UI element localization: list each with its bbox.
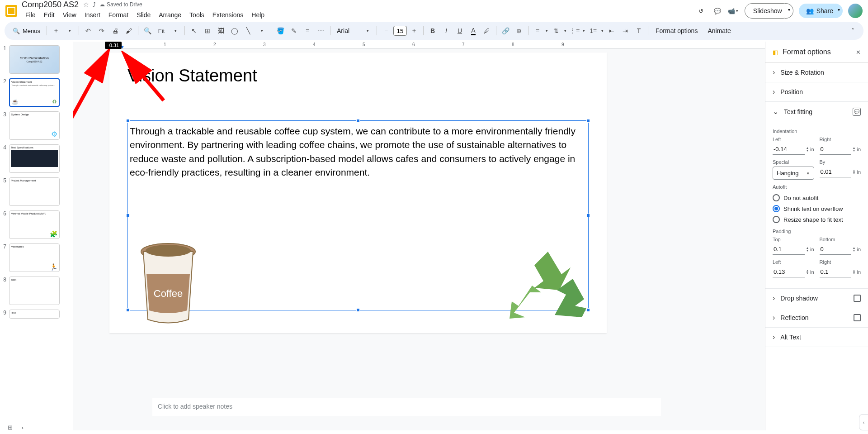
slide-thumb-7[interactable]: Milestones🏃 <box>9 243 60 272</box>
zoom-level[interactable]: Fit <box>155 27 168 35</box>
share-button[interactable]: 👥 Share <box>799 4 840 18</box>
redo-button[interactable]: ↷ <box>95 24 108 37</box>
zoom-icon[interactable]: 🔍 <box>141 24 154 37</box>
menu-tools[interactable]: Tools <box>186 10 208 20</box>
underline-button[interactable]: U <box>453 24 466 37</box>
slide-thumb-2[interactable]: Vision StatementThrough a trackable and … <box>9 78 60 107</box>
special-select[interactable]: Hanging▾ <box>773 167 814 180</box>
font-size-input[interactable] <box>393 26 407 36</box>
slide-thumb-4[interactable]: Test Specifications <box>9 144 60 173</box>
speaker-notes[interactable]: Click to add speaker notes <box>152 398 661 416</box>
align-button[interactable]: ≡ <box>531 24 544 37</box>
border-weight-button[interactable]: ≡ <box>301 24 314 37</box>
numbered-list-button[interactable]: 1≡ <box>587 24 599 37</box>
menu-insert[interactable]: Insert <box>81 10 104 20</box>
slide-canvas[interactable]: Vision Statement Through a trackable and… <box>109 52 607 333</box>
slideshow-button[interactable]: Slideshow <box>745 3 791 19</box>
slide-thumb-8[interactable]: Task <box>9 277 60 305</box>
history-icon[interactable]: ↺ <box>696 5 707 16</box>
resize-handle-nw[interactable] <box>126 119 130 123</box>
size-rotation-section[interactable]: ›Size & Rotation <box>765 63 868 82</box>
slides-logo[interactable] <box>5 5 17 17</box>
text-color-button[interactable]: A <box>467 24 480 37</box>
image-tool[interactable]: 🖼 <box>215 24 227 37</box>
indent-decrease-button[interactable]: ⇤ <box>605 24 618 37</box>
menu-slide[interactable]: Slide <box>133 10 154 20</box>
coffee-cup-image[interactable]: Coffee <box>137 238 200 324</box>
resize-handle-e[interactable] <box>586 214 590 217</box>
link-button[interactable]: 🔗 <box>499 24 512 37</box>
collapse-toolbar-button[interactable]: ˄ <box>846 24 859 37</box>
textbox-tool[interactable]: ⊞ <box>201 24 214 37</box>
menu-edit[interactable]: Edit <box>40 10 58 20</box>
format-options-button[interactable]: Format options <box>651 25 702 36</box>
bold-button[interactable]: B <box>426 24 439 37</box>
share-dropdown[interactable]: ▾ <box>835 4 843 18</box>
slide-thumb-6[interactable]: Minimal Viable Product(MVP)🧩 <box>9 210 60 239</box>
line-spacing-button[interactable]: ⇅ <box>550 24 562 37</box>
reflection-checkbox[interactable] <box>854 314 861 321</box>
recycle-image[interactable] <box>507 247 589 320</box>
autofit-none[interactable]: Do not autofit <box>773 192 861 203</box>
italic-button[interactable]: I <box>440 24 453 37</box>
body-text[interactable]: Through a trackable and reusable coffee … <box>128 121 588 183</box>
text-fitting-section[interactable]: ⌄ Text fitting 💬 <box>765 102 868 121</box>
new-slide-button[interactable]: ＋ <box>50 24 62 37</box>
resize-handle-n[interactable] <box>356 119 360 123</box>
bullet-list-button[interactable]: ⋮≡ <box>568 24 581 37</box>
pad-top-input[interactable] <box>773 244 805 255</box>
new-slide-dropdown[interactable]: ▾ <box>63 24 76 37</box>
animate-button[interactable]: Animate <box>703 25 735 36</box>
menu-help[interactable]: Help <box>248 10 268 20</box>
paint-format-button[interactable]: 🖌 <box>123 24 135 37</box>
indent-right-input[interactable] <box>820 144 852 155</box>
user-avatar[interactable] <box>848 4 863 18</box>
resize-handle-ne[interactable] <box>586 119 590 123</box>
autofit-resize[interactable]: Resize shape to fit text <box>773 214 861 225</box>
menu-format[interactable]: Format <box>105 10 132 20</box>
zoom-dropdown[interactable]: ▾ <box>169 24 182 37</box>
menu-view[interactable]: View <box>59 10 80 20</box>
spinner[interactable]: ▴▾ <box>807 247 808 252</box>
pad-right-input[interactable] <box>820 267 852 277</box>
drop-shadow-checkbox[interactable] <box>854 295 861 302</box>
highlight-button[interactable]: 🖊 <box>481 24 493 37</box>
menu-extensions[interactable]: Extensions <box>209 10 247 20</box>
font-dropdown[interactable]: ▾ <box>361 24 374 37</box>
slideshow-dropdown[interactable]: ▾ <box>785 3 793 19</box>
slide-thumb-3[interactable]: System Design⚙ <box>9 111 60 140</box>
font-family[interactable]: Arial <box>333 26 360 35</box>
by-input[interactable] <box>820 167 852 177</box>
font-size-minus[interactable]: − <box>380 24 392 37</box>
print-button[interactable]: 🖨 <box>109 24 122 37</box>
grid-view-icon[interactable]: ⊞ <box>5 423 14 432</box>
menu-arrange[interactable]: Arrange <box>155 10 185 20</box>
resize-handle-w[interactable] <box>126 214 130 217</box>
search-menus[interactable]: 🔍Menus <box>9 26 44 36</box>
clear-format-button[interactable]: T <box>632 24 645 37</box>
undo-button[interactable]: ↶ <box>82 24 94 37</box>
select-tool[interactable]: ↖ <box>188 24 200 37</box>
border-color-button[interactable]: ✎ <box>288 24 300 37</box>
spinner[interactable]: ▴▾ <box>853 269 855 275</box>
menu-file[interactable]: File <box>22 10 39 20</box>
pad-bottom-input[interactable] <box>820 244 852 255</box>
line-dropdown[interactable]: ▾ <box>255 24 268 37</box>
resize-handle-sw[interactable] <box>126 308 130 312</box>
border-dash-button[interactable]: ⋯ <box>315 24 327 37</box>
shape-tool[interactable]: ◯ <box>228 24 241 37</box>
close-sidebar-icon[interactable]: ✕ <box>856 49 861 56</box>
fill-color-button[interactable]: 🪣 <box>274 24 287 37</box>
autofit-shrink[interactable]: Shrink text on overflow <box>773 203 861 214</box>
position-section[interactable]: ›Position <box>765 82 868 101</box>
pad-left-input[interactable] <box>773 267 805 277</box>
slide-thumb-1[interactable]: SDD PresentationComp2050 AS2 <box>9 45 60 74</box>
reflection-section[interactable]: ›Reflection <box>765 308 868 327</box>
meet-icon[interactable]: 📹▾ <box>728 5 739 16</box>
slide-thumb-9[interactable]: Risk <box>9 310 60 319</box>
spinner[interactable]: ▴▾ <box>807 147 808 152</box>
alt-text-section[interactable]: ›Alt Text <box>765 328 868 347</box>
horizontal-ruler[interactable]: 1 2 3 4 5 6 7 8 9 ▼ ▼ <box>109 42 765 49</box>
drop-shadow-section[interactable]: ›Drop shadow <box>765 289 868 308</box>
feedback-icon[interactable]: 💬 <box>853 108 861 116</box>
